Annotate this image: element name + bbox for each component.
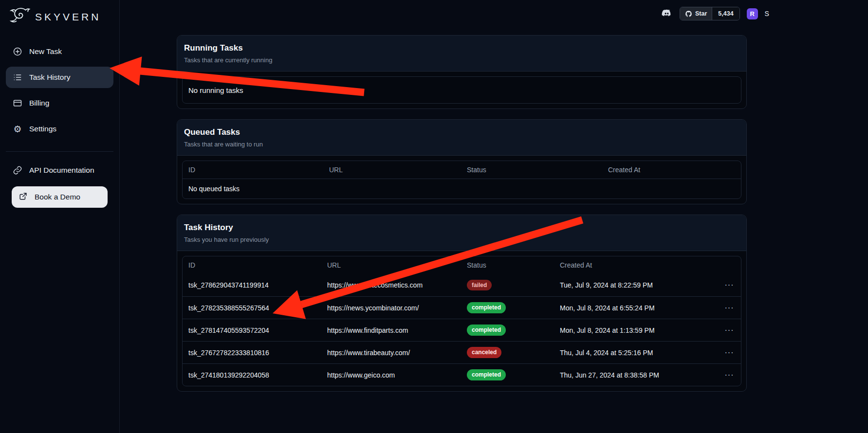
status-badge: completed — [467, 325, 506, 335]
credit-card-icon — [13, 98, 22, 108]
task-created-cell: Mon, Jul 8, 2024 at 6:55:24 PM — [554, 304, 718, 312]
card-subtitle: Tasks you have run previously — [184, 236, 739, 243]
status-badge: completed — [467, 302, 506, 313]
sidebar-item-settings[interactable]: ⚙ Settings — [6, 118, 113, 140]
card-title: Running Tasks — [184, 43, 739, 53]
running-tasks-empty-message: No running tasks — [183, 77, 741, 103]
main-content: Running Tasks Tasks that are currently r… — [120, 0, 868, 392]
task-history-header: Task History Tasks you have run previous… — [177, 215, 746, 251]
sidebar-nav: New Task Task History Billing ⚙ Settings — [0, 37, 119, 144]
task-history-body: tsk_278629043741199914 https://www.tarte… — [183, 274, 741, 386]
queued-tasks-card: Queued Tasks Tasks that are waiting to r… — [177, 119, 747, 204]
queued-tasks-table-header: ID URL Status Created At — [183, 161, 741, 179]
task-created-cell: Thu, Jun 27, 2024 at 8:38:58 PM — [554, 371, 718, 379]
task-url-cell: https://news.ycombinator.com/ — [321, 304, 461, 312]
row-actions-icon[interactable]: ··· — [718, 371, 741, 379]
status-badge: completed — [467, 369, 506, 380]
task-id-cell: tsk_276727822333810816 — [183, 349, 321, 357]
task-created-cell: Tue, Jul 9, 2024 at 8:22:59 PM — [554, 281, 718, 289]
queued-tasks-table: ID URL Status Created At No queued tasks — [182, 161, 741, 199]
table-row[interactable]: tsk_278147405593572204 https://www.findi… — [183, 319, 741, 341]
column-header-url: URL — [323, 166, 461, 174]
card-subtitle: Tasks that are currently running — [184, 56, 739, 64]
book-a-demo-button[interactable]: Book a Demo — [12, 186, 108, 208]
sidebar-item-label: Billing — [29, 99, 49, 108]
task-history-card: Task History Tasks you have run previous… — [177, 215, 747, 392]
table-row[interactable]: tsk_274180139292204058 https://www.geico… — [183, 363, 741, 386]
task-url-cell: https://www.tirabeauty.com/ — [321, 349, 461, 357]
task-history-table: ID URL Status Created At tsk_27862904374… — [182, 256, 741, 386]
user-text: S — [765, 10, 769, 18]
column-header-created-at: Created At — [602, 166, 741, 174]
topbar: Star 5,434 R S — [660, 7, 769, 20]
app-logo-text: SKYVERN — [35, 11, 101, 23]
task-id-cell: tsk_274180139292204058 — [183, 371, 321, 379]
sidebar-item-api-documentation[interactable]: API Documentation — [6, 160, 113, 181]
column-header-id: ID — [183, 166, 323, 174]
task-created-cell: Mon, Jul 8, 2024 at 1:13:59 PM — [554, 326, 718, 334]
row-actions-icon[interactable]: ··· — [718, 326, 741, 335]
sidebar-item-label: Task History — [29, 73, 70, 82]
queued-tasks-header: Queued Tasks Tasks that are waiting to r… — [177, 120, 746, 156]
sidebar-item-label: New Task — [29, 47, 62, 56]
column-header-created-at: Created At — [554, 261, 718, 269]
task-url-cell: https://www.finditparts.com — [321, 326, 461, 334]
sidebar-secondary-nav: API Documentation Book a Demo — [0, 160, 119, 213]
link-icon — [13, 165, 22, 175]
status-badge: failed — [467, 280, 492, 290]
sidebar-item-task-history[interactable]: Task History — [6, 67, 113, 88]
task-id-cell: tsk_278147405593572204 — [183, 326, 321, 334]
logo-row: SKYVERN — [0, 0, 119, 37]
task-url-cell: https://www.tartecosmetics.com — [321, 281, 461, 289]
task-history-content: ID URL Status Created At tsk_27862904374… — [177, 251, 746, 391]
table-row[interactable]: tsk_278629043741199914 https://www.tarte… — [183, 274, 741, 296]
column-header-status: Status — [461, 166, 602, 174]
row-actions-icon[interactable]: ··· — [718, 281, 741, 289]
row-actions-icon[interactable]: ··· — [718, 304, 741, 312]
book-a-demo-label: Book a Demo — [35, 193, 80, 201]
running-tasks-content: No running tasks — [177, 72, 746, 108]
github-star-label: Star — [695, 10, 707, 17]
table-row[interactable]: tsk_278235388555267564 https://news.ycom… — [183, 296, 741, 319]
queued-tasks-content: ID URL Status Created At No queued tasks — [177, 156, 746, 204]
card-subtitle: Tasks that are waiting to run — [184, 141, 739, 148]
sidebar-item-billing[interactable]: Billing — [6, 92, 113, 114]
github-star-widget[interactable]: Star 5,434 — [680, 7, 740, 20]
running-tasks-card: Running Tasks Tasks that are currently r… — [177, 35, 747, 109]
avatar[interactable]: R — [747, 8, 758, 19]
sidebar-item-label: Settings — [29, 125, 56, 133]
sidebar-divider — [6, 151, 113, 152]
card-title: Queued Tasks — [184, 127, 739, 137]
card-title: Task History — [184, 223, 739, 233]
sidebar: SKYVERN New Task Task History Billing ⚙ … — [0, 0, 120, 433]
list-icon — [13, 72, 22, 82]
task-history-table-header: ID URL Status Created At — [183, 256, 741, 274]
running-tasks-header: Running Tasks Tasks that are currently r… — [177, 36, 746, 72]
task-url-cell: https://www.geico.com — [321, 371, 461, 379]
github-icon — [685, 10, 692, 18]
sidebar-item-new-task[interactable]: New Task — [6, 41, 113, 62]
task-id-cell: tsk_278235388555267564 — [183, 304, 321, 312]
row-actions-icon[interactable]: ··· — [718, 348, 741, 357]
sidebar-item-label: API Documentation — [29, 166, 94, 175]
external-link-icon — [18, 192, 28, 203]
status-badge: canceled — [467, 347, 501, 358]
queued-tasks-empty-message: No queued tasks — [183, 179, 741, 198]
column-header-status: Status — [461, 261, 554, 269]
skyvern-logo-icon — [9, 6, 31, 28]
column-header-id: ID — [183, 261, 321, 269]
github-star-count: 5,434 — [712, 7, 739, 20]
plus-circle-icon — [13, 47, 22, 56]
table-row[interactable]: tsk_276727822333810816 https://www.tirab… — [183, 341, 741, 363]
task-id-cell: tsk_278629043741199914 — [183, 281, 321, 289]
discord-icon[interactable] — [660, 7, 673, 20]
column-header-url: URL — [321, 261, 461, 269]
task-created-cell: Thu, Jul 4, 2024 at 5:25:16 PM — [554, 349, 718, 357]
gear-icon: ⚙ — [13, 124, 22, 134]
